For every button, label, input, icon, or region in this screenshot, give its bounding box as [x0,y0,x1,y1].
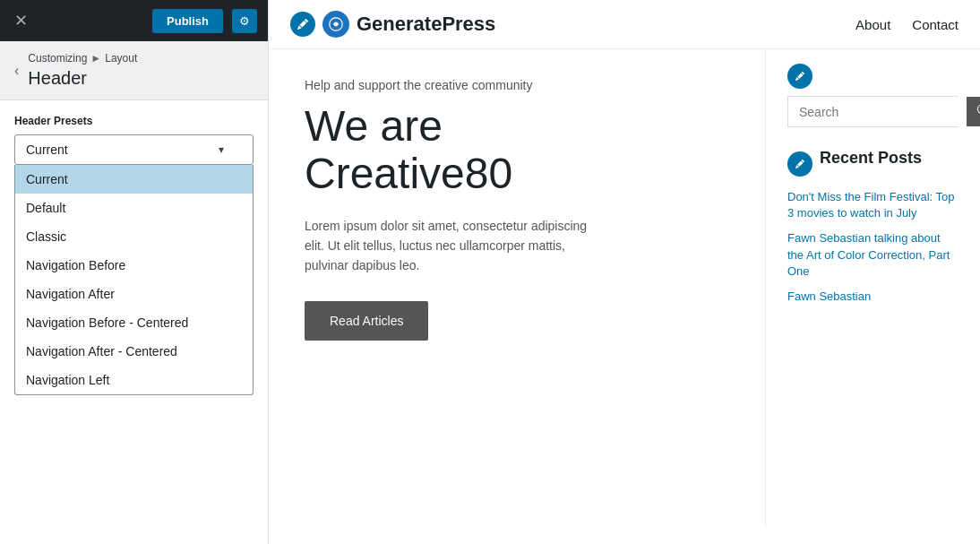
logo-icon [322,11,349,38]
dropdown-option-nav-left[interactable]: Navigation Left [15,366,253,394]
breadcrumb: Customizing ► Layout [28,52,137,65]
panel-header: ‹ Customizing ► Layout Header [0,41,268,100]
hero-title-line1: We are [305,102,443,150]
recent-posts-title: Recent Posts [820,149,922,168]
dropdown-list: Current Default Classic Navigation Befor… [14,165,254,395]
dropdown-option-current[interactable]: Current [15,165,253,194]
dropdown-option-default[interactable]: Default [15,194,253,222]
hero-body: Lorem ipsum dolor sit amet, consectetur … [305,216,591,276]
search-input-row [787,96,959,127]
back-button[interactable]: ‹ [14,63,19,79]
recent-post-link-2[interactable]: Fawn Sebastian [787,289,959,305]
search-submit-button[interactable] [967,97,980,126]
breadcrumb-root: Customizing [28,52,87,65]
settings-button[interactable]: ⚙ [232,9,257,33]
pencil-icon [795,160,804,168]
chevron-down-icon: ▾ [219,143,224,156]
dropdown-option-nav-after[interactable]: Navigation After [15,280,253,308]
dropdown-option-nav-after-centered[interactable]: Navigation After - Centered [15,337,253,366]
hero-subtitle: Help and support the creative community [305,78,729,92]
header-edit-icon[interactable] [290,12,315,37]
breadcrumb-separator: ► [90,52,101,65]
search-widget-edit-icon[interactable] [787,64,812,89]
pencil-icon [795,72,804,81]
dropdown-option-nav-before[interactable]: Navigation Before [15,251,253,280]
recent-posts-widget: Recent Posts Don't Miss the Film Festiva… [787,149,959,305]
header-presets-select[interactable]: Current ▾ Current Default Classic Naviga… [14,134,254,165]
preview-area: GeneratePress About Contact Help and sup… [269,0,980,544]
dropdown-option-classic[interactable]: Classic [15,222,253,251]
panel-content: Header Presets Current ▾ Current Default… [0,100,268,544]
hero-title: We are Creative80 [305,103,729,198]
site-nav: About Contact [855,17,959,32]
section-label: Header Presets [14,115,254,127]
breadcrumb-current: Layout [105,52,137,65]
sidebar: Recent Posts Don't Miss the Film Festiva… [765,49,980,528]
close-button[interactable]: ✕ [11,9,31,32]
site-header: GeneratePress About Contact [269,0,980,49]
recent-post-link-0[interactable]: Don't Miss the Film Festival: Top 3 movi… [787,189,959,221]
search-widget [787,64,959,127]
nav-item-contact[interactable]: Contact [912,17,959,32]
panel-title: Header [28,68,137,89]
hero-title-line2: Creative80 [305,150,512,197]
selected-value: Current [26,142,68,157]
search-input[interactable] [788,97,967,126]
top-bar: ✕ Publish ⚙ [0,0,268,41]
publish-button[interactable]: Publish [152,9,223,33]
recent-posts-header: Recent Posts [787,149,959,178]
recent-post-link-1[interactable]: Fawn Sebastian talking about the Art of … [787,230,959,280]
site-name: GeneratePress [357,13,495,36]
site-logo[interactable]: GeneratePress [322,11,495,38]
nav-item-about[interactable]: About [855,17,890,32]
main-content: Help and support the creative community … [269,49,765,528]
preview-body: Help and support the creative community … [269,49,980,528]
dropdown-option-nav-before-centered[interactable]: Navigation Before - Centered [15,308,253,337]
search-widget-header [787,64,959,89]
pencil-icon [297,19,308,30]
recent-posts-edit-icon[interactable] [787,151,812,177]
select-display[interactable]: Current ▾ [14,134,254,165]
logo-svg-icon [329,17,343,31]
customizer-panel: ✕ Publish ⚙ ‹ Customizing ► Layout Heade… [0,0,269,544]
read-articles-button[interactable]: Read Articles [305,301,428,341]
